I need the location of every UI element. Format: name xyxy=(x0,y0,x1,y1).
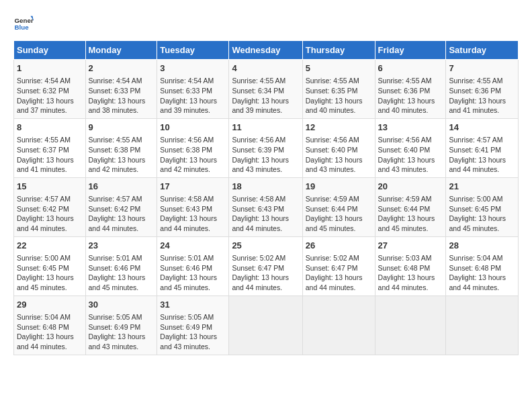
day-info: Sunrise: 5:05 AM Sunset: 6:49 PM Dayligh… xyxy=(89,312,154,352)
day-info: Sunrise: 4:56 AM Sunset: 6:39 PM Dayligh… xyxy=(232,135,299,175)
day-number: 7 xyxy=(449,62,515,75)
calendar-cell: 18Sunrise: 4:58 AM Sunset: 6:43 PM Dayli… xyxy=(229,177,302,236)
calendar-cell: 8Sunrise: 4:55 AM Sunset: 6:37 PM Daylig… xyxy=(14,118,86,177)
day-number: 31 xyxy=(160,299,226,311)
calendar-cell xyxy=(446,295,519,355)
calendar-cell: 22Sunrise: 5:00 AM Sunset: 6:45 PM Dayli… xyxy=(14,236,86,295)
calendar-cell xyxy=(302,295,375,355)
col-header-sunday: Sunday xyxy=(14,41,86,60)
day-info: Sunrise: 5:04 AM Sunset: 6:48 PM Dayligh… xyxy=(449,253,515,293)
calendar-week-1: 1Sunrise: 4:54 AM Sunset: 6:32 PM Daylig… xyxy=(14,60,519,119)
day-info: Sunrise: 4:57 AM Sunset: 6:42 PM Dayligh… xyxy=(89,194,154,234)
day-number: 9 xyxy=(89,122,154,134)
day-info: Sunrise: 4:56 AM Sunset: 6:40 PM Dayligh… xyxy=(306,135,372,175)
day-info: Sunrise: 4:56 AM Sunset: 6:40 PM Dayligh… xyxy=(378,135,443,175)
day-info: Sunrise: 4:55 AM Sunset: 6:35 PM Dayligh… xyxy=(306,76,372,116)
day-info: Sunrise: 5:02 AM Sunset: 6:47 PM Dayligh… xyxy=(232,253,299,293)
day-number: 29 xyxy=(17,299,83,311)
logo: General Blue xyxy=(13,13,34,34)
calendar-cell: 21Sunrise: 5:00 AM Sunset: 6:45 PM Dayli… xyxy=(446,177,519,236)
day-number: 24 xyxy=(160,240,226,252)
calendar-cell: 6Sunrise: 4:55 AM Sunset: 6:36 PM Daylig… xyxy=(375,60,446,119)
day-number: 20 xyxy=(378,181,443,193)
day-number: 30 xyxy=(89,299,154,311)
calendar-cell: 17Sunrise: 4:58 AM Sunset: 6:43 PM Dayli… xyxy=(157,177,229,236)
day-info: Sunrise: 4:55 AM Sunset: 6:36 PM Dayligh… xyxy=(449,76,515,116)
calendar-cell: 12Sunrise: 4:56 AM Sunset: 6:40 PM Dayli… xyxy=(302,118,375,177)
calendar-week-5: 29Sunrise: 5:04 AM Sunset: 6:48 PM Dayli… xyxy=(14,295,519,355)
day-info: Sunrise: 4:58 AM Sunset: 6:43 PM Dayligh… xyxy=(232,194,299,234)
calendar-cell: 9Sunrise: 4:55 AM Sunset: 6:38 PM Daylig… xyxy=(85,118,157,177)
day-info: Sunrise: 4:54 AM Sunset: 6:33 PM Dayligh… xyxy=(160,76,226,116)
day-info: Sunrise: 5:01 AM Sunset: 6:46 PM Dayligh… xyxy=(160,253,226,293)
day-number: 6 xyxy=(378,62,443,75)
day-number: 28 xyxy=(449,240,515,252)
day-number: 11 xyxy=(232,122,299,134)
day-number: 25 xyxy=(232,240,299,252)
calendar-cell: 31Sunrise: 5:05 AM Sunset: 6:49 PM Dayli… xyxy=(157,295,229,355)
day-number: 10 xyxy=(160,122,226,134)
col-header-friday: Friday xyxy=(375,41,446,60)
calendar-cell: 13Sunrise: 4:56 AM Sunset: 6:40 PM Dayli… xyxy=(375,118,446,177)
svg-text:General: General xyxy=(15,17,34,24)
calendar-cell xyxy=(229,295,302,355)
day-info: Sunrise: 4:56 AM Sunset: 6:38 PM Dayligh… xyxy=(160,135,226,175)
calendar-cell xyxy=(375,295,446,355)
calendar-cell: 28Sunrise: 5:04 AM Sunset: 6:48 PM Dayli… xyxy=(446,236,519,295)
calendar-cell: 2Sunrise: 4:54 AM Sunset: 6:33 PM Daylig… xyxy=(85,60,157,119)
col-header-tuesday: Tuesday xyxy=(157,41,229,60)
svg-text:Blue: Blue xyxy=(15,24,30,31)
calendar-cell: 11Sunrise: 4:56 AM Sunset: 6:39 PM Dayli… xyxy=(229,118,302,177)
calendar-week-2: 8Sunrise: 4:55 AM Sunset: 6:37 PM Daylig… xyxy=(14,118,519,177)
calendar-cell: 29Sunrise: 5:04 AM Sunset: 6:48 PM Dayli… xyxy=(14,295,86,355)
day-number: 21 xyxy=(449,181,515,193)
calendar-cell: 16Sunrise: 4:57 AM Sunset: 6:42 PM Dayli… xyxy=(85,177,157,236)
calendar-cell: 10Sunrise: 4:56 AM Sunset: 6:38 PM Dayli… xyxy=(157,118,229,177)
day-info: Sunrise: 5:04 AM Sunset: 6:48 PM Dayligh… xyxy=(17,312,83,352)
day-number: 4 xyxy=(232,62,299,75)
day-number: 23 xyxy=(89,240,154,252)
day-info: Sunrise: 4:54 AM Sunset: 6:32 PM Dayligh… xyxy=(17,76,83,116)
calendar-cell: 30Sunrise: 5:05 AM Sunset: 6:49 PM Dayli… xyxy=(85,295,157,355)
day-info: Sunrise: 4:59 AM Sunset: 6:44 PM Dayligh… xyxy=(378,194,443,234)
day-info: Sunrise: 4:55 AM Sunset: 6:37 PM Dayligh… xyxy=(17,135,83,175)
calendar-cell: 1Sunrise: 4:54 AM Sunset: 6:32 PM Daylig… xyxy=(14,60,86,119)
day-number: 1 xyxy=(17,62,83,75)
col-header-wednesday: Wednesday xyxy=(229,41,302,60)
calendar-cell: 15Sunrise: 4:57 AM Sunset: 6:42 PM Dayli… xyxy=(14,177,86,236)
day-info: Sunrise: 5:01 AM Sunset: 6:46 PM Dayligh… xyxy=(89,253,154,293)
calendar-header-row: SundayMondayTuesdayWednesdayThursdayFrid… xyxy=(14,41,519,60)
calendar-cell: 25Sunrise: 5:02 AM Sunset: 6:47 PM Dayli… xyxy=(229,236,302,295)
day-info: Sunrise: 5:05 AM Sunset: 6:49 PM Dayligh… xyxy=(160,312,226,352)
calendar-cell: 26Sunrise: 5:02 AM Sunset: 6:47 PM Dayli… xyxy=(302,236,375,295)
day-info: Sunrise: 4:55 AM Sunset: 6:36 PM Dayligh… xyxy=(378,76,443,116)
logo-icon: General Blue xyxy=(13,13,34,34)
col-header-saturday: Saturday xyxy=(446,41,519,60)
day-number: 5 xyxy=(306,62,372,75)
col-header-monday: Monday xyxy=(85,41,157,60)
day-number: 14 xyxy=(449,122,515,134)
day-number: 2 xyxy=(89,62,154,75)
calendar-cell: 4Sunrise: 4:55 AM Sunset: 6:34 PM Daylig… xyxy=(229,60,302,119)
calendar-cell: 5Sunrise: 4:55 AM Sunset: 6:35 PM Daylig… xyxy=(302,60,375,119)
day-number: 17 xyxy=(160,181,226,193)
day-number: 19 xyxy=(306,181,372,193)
calendar-cell: 23Sunrise: 5:01 AM Sunset: 6:46 PM Dayli… xyxy=(85,236,157,295)
day-number: 12 xyxy=(306,122,372,134)
day-number: 16 xyxy=(89,181,154,193)
page-header: General Blue xyxy=(13,13,519,34)
day-info: Sunrise: 5:03 AM Sunset: 6:48 PM Dayligh… xyxy=(378,253,443,293)
col-header-thursday: Thursday xyxy=(302,41,375,60)
day-info: Sunrise: 4:54 AM Sunset: 6:33 PM Dayligh… xyxy=(89,76,154,116)
day-number: 3 xyxy=(160,62,226,75)
calendar-table: SundayMondayTuesdayWednesdayThursdayFrid… xyxy=(13,40,519,355)
calendar-cell: 24Sunrise: 5:01 AM Sunset: 6:46 PM Dayli… xyxy=(157,236,229,295)
calendar-cell: 7Sunrise: 4:55 AM Sunset: 6:36 PM Daylig… xyxy=(446,60,519,119)
day-info: Sunrise: 4:55 AM Sunset: 6:34 PM Dayligh… xyxy=(232,76,299,116)
day-info: Sunrise: 5:00 AM Sunset: 6:45 PM Dayligh… xyxy=(449,194,515,234)
day-info: Sunrise: 4:58 AM Sunset: 6:43 PM Dayligh… xyxy=(160,194,226,234)
calendar-cell: 19Sunrise: 4:59 AM Sunset: 6:44 PM Dayli… xyxy=(302,177,375,236)
day-info: Sunrise: 5:00 AM Sunset: 6:45 PM Dayligh… xyxy=(17,253,83,293)
day-info: Sunrise: 4:57 AM Sunset: 6:41 PM Dayligh… xyxy=(449,135,515,175)
calendar-cell: 20Sunrise: 4:59 AM Sunset: 6:44 PM Dayli… xyxy=(375,177,446,236)
